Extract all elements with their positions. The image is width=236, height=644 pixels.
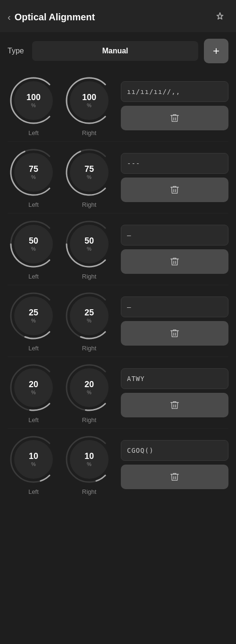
row-controls: CGOQ() bbox=[121, 440, 228, 489]
right-dial-wrapper[interactable]: 100% bbox=[63, 75, 115, 127]
left-dial-value: 75 bbox=[29, 165, 38, 174]
left-dial-unit: % bbox=[31, 390, 36, 395]
right-dial-wrapper[interactable]: 10% bbox=[63, 433, 115, 485]
trash-icon bbox=[169, 328, 180, 339]
text-box[interactable]: --- bbox=[121, 153, 228, 174]
left-dial-group: 25%Left bbox=[8, 290, 59, 352]
text-box[interactable]: ATWY bbox=[121, 368, 228, 389]
right-label: Right bbox=[82, 416, 96, 424]
row-controls: --- bbox=[121, 153, 228, 202]
left-dial-group: 20%Left bbox=[8, 362, 59, 424]
right-dial-group: 25%Right bbox=[63, 290, 115, 352]
right-dial-wrapper[interactable]: 25% bbox=[63, 290, 115, 342]
type-row: Type Manual + bbox=[0, 32, 236, 70]
left-dial-unit: % bbox=[31, 174, 36, 180]
right-dial-value: 75 bbox=[84, 165, 94, 174]
left-dial-value: 25 bbox=[29, 308, 38, 318]
right-dial-value: 100 bbox=[82, 93, 96, 102]
right-dial-value: 20 bbox=[84, 380, 94, 390]
left-dial-unit: % bbox=[31, 318, 36, 323]
type-label: Type bbox=[8, 47, 26, 55]
right-label: Right bbox=[82, 273, 96, 280]
text-box[interactable]: CGOQ() bbox=[121, 440, 228, 461]
delete-button[interactable] bbox=[121, 465, 228, 489]
right-dial-unit: % bbox=[87, 390, 92, 395]
right-dial-unit: % bbox=[87, 102, 92, 108]
left-label: Left bbox=[28, 416, 39, 424]
left-dial-wrapper[interactable]: 20% bbox=[8, 362, 59, 414]
right-dial-wrapper[interactable]: 50% bbox=[63, 218, 115, 270]
pin-button[interactable] bbox=[211, 8, 228, 25]
header-left: ‹ Optical Alignment bbox=[8, 12, 95, 23]
right-dial-unit: % bbox=[87, 461, 92, 467]
back-button[interactable]: ‹ bbox=[8, 12, 11, 23]
delete-button[interactable] bbox=[121, 106, 228, 130]
left-dial-wrapper[interactable]: 75% bbox=[8, 146, 59, 198]
right-label: Right bbox=[82, 129, 96, 136]
left-label: Left bbox=[28, 345, 39, 352]
right-dial-unit: % bbox=[87, 318, 92, 323]
left-dial-group: 100%Left bbox=[8, 75, 59, 136]
left-dial-wrapper[interactable]: 50% bbox=[8, 218, 59, 270]
right-dial-unit: % bbox=[87, 174, 92, 180]
alignment-row: 75%Left75%Right--- bbox=[5, 142, 231, 213]
right-label: Right bbox=[82, 345, 96, 352]
trash-icon bbox=[169, 185, 180, 195]
text-box[interactable]: – bbox=[121, 297, 228, 317]
right-dial-wrapper[interactable]: 20% bbox=[63, 362, 115, 414]
left-dial-value: 20 bbox=[29, 380, 38, 390]
rows-container: 100%Left100%Rightıı/ıı/ıı//,, 75%Left75%… bbox=[0, 70, 236, 500]
right-dial-group: 75%Right bbox=[63, 146, 115, 208]
left-dial-wrapper[interactable]: 25% bbox=[8, 290, 59, 342]
right-dial-group: 100%Right bbox=[63, 75, 115, 136]
right-label: Right bbox=[82, 201, 96, 208]
header: ‹ Optical Alignment bbox=[0, 0, 236, 32]
trash-icon bbox=[169, 256, 180, 267]
left-label: Left bbox=[28, 488, 39, 495]
right-dial-wrapper[interactable]: 75% bbox=[63, 146, 115, 198]
left-dial-group: 10%Left bbox=[8, 433, 59, 495]
trash-icon bbox=[169, 472, 180, 482]
row-controls: ıı/ıı/ıı//,, bbox=[121, 81, 228, 130]
left-dial-unit: % bbox=[31, 461, 36, 467]
right-dial-unit: % bbox=[87, 246, 92, 252]
page-title: Optical Alignment bbox=[15, 12, 95, 23]
row-controls: – bbox=[121, 225, 228, 274]
right-dial-group: 10%Right bbox=[63, 433, 115, 495]
left-dial-unit: % bbox=[31, 102, 36, 108]
right-dial-group: 50%Right bbox=[63, 218, 115, 280]
trash-icon bbox=[169, 113, 180, 123]
left-dial-wrapper[interactable]: 100% bbox=[8, 75, 59, 127]
left-label: Left bbox=[28, 273, 39, 280]
type-value[interactable]: Manual bbox=[32, 41, 198, 61]
alignment-row: 20%Left20%RightATWY bbox=[5, 357, 231, 428]
row-controls: – bbox=[121, 297, 228, 346]
text-box[interactable]: ıı/ıı/ıı//,, bbox=[121, 81, 228, 102]
alignment-row: 100%Left100%Rightıı/ıı/ıı//,, bbox=[5, 70, 231, 141]
left-label: Left bbox=[28, 129, 39, 136]
delete-button[interactable] bbox=[121, 249, 228, 274]
add-button[interactable]: + bbox=[204, 39, 228, 63]
left-dial-wrapper[interactable]: 10% bbox=[8, 433, 59, 485]
left-label: Left bbox=[28, 201, 39, 208]
left-dial-value: 10 bbox=[29, 452, 38, 461]
row-controls: ATWY bbox=[121, 368, 228, 417]
delete-button[interactable] bbox=[121, 321, 228, 346]
right-dial-value: 10 bbox=[84, 452, 94, 461]
alignment-row: 50%Left50%Right– bbox=[5, 213, 231, 285]
delete-button[interactable] bbox=[121, 393, 228, 417]
trash-icon bbox=[169, 400, 180, 410]
right-label: Right bbox=[82, 488, 96, 495]
right-dial-value: 50 bbox=[84, 237, 94, 246]
right-dial-group: 20%Right bbox=[63, 362, 115, 424]
left-dial-group: 50%Left bbox=[8, 218, 59, 280]
left-dial-value: 50 bbox=[29, 237, 38, 246]
alignment-row: 25%Left25%Right– bbox=[5, 285, 231, 356]
right-dial-value: 25 bbox=[84, 308, 94, 318]
delete-button[interactable] bbox=[121, 178, 228, 202]
left-dial-group: 75%Left bbox=[8, 146, 59, 208]
left-dial-value: 100 bbox=[26, 93, 41, 102]
text-box[interactable]: – bbox=[121, 225, 228, 246]
alignment-row: 10%Left10%RightCGOQ() bbox=[5, 429, 231, 500]
left-dial-unit: % bbox=[31, 246, 36, 252]
